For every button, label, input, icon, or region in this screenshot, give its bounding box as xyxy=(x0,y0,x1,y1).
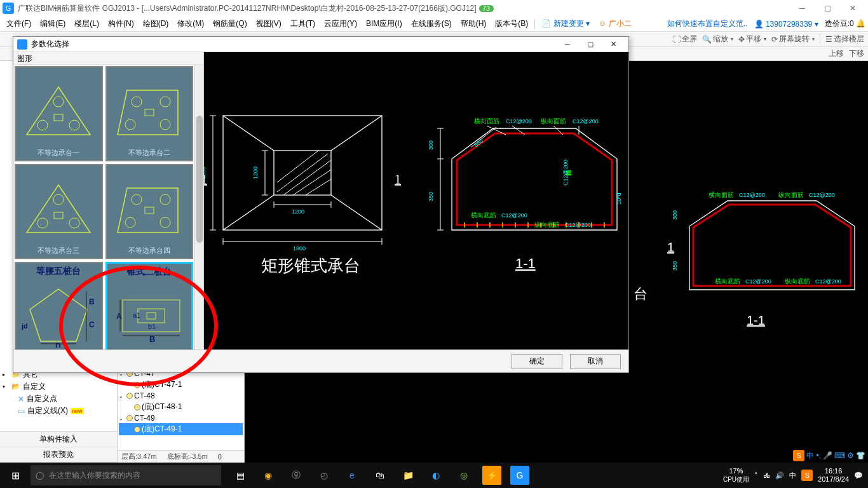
app-4-icon[interactable]: ◐ xyxy=(422,463,450,488)
store-icon[interactable]: 🛍 xyxy=(366,463,394,488)
app-5-icon[interactable]: ◎ xyxy=(450,463,478,488)
menu-floor[interactable]: 楼层(L) xyxy=(71,17,103,30)
taskbar-search[interactable]: ◯ 在这里输入你要搜索的内容 xyxy=(31,465,221,485)
tray-vol-icon[interactable]: 🔊 xyxy=(775,471,784,480)
fullscreen-button[interactable]: ⛶ 全屏 xyxy=(673,34,697,44)
menu-online[interactable]: 在线服务(S) xyxy=(407,17,456,30)
tray-sogou-icon[interactable]: S xyxy=(801,470,813,481)
notifications-icon[interactable]: 💬 xyxy=(854,471,863,480)
rotate-dropdown[interactable]: ⟳ 屏幕旋转 xyxy=(771,34,815,44)
tree-ct47-1[interactable]: (底)CT-47-1 xyxy=(142,379,182,390)
cpu-meter[interactable]: 17% CPU使用 xyxy=(723,467,749,483)
app-3-icon[interactable]: ◴ xyxy=(310,463,338,488)
shape-thumbnails[interactable]: 不等边承台一 不等边承台二 不等边承台三 不等边承台四 xyxy=(13,65,194,349)
minimize-button[interactable]: ─ xyxy=(789,0,815,17)
single-input-button[interactable]: 单构件输入 xyxy=(0,432,117,447)
tree-ct48-1[interactable]: (底)CT-48-1 xyxy=(142,402,182,412)
ime-keyboard-icon[interactable]: ⌨ xyxy=(834,451,845,460)
explorer-icon[interactable]: 📁 xyxy=(394,463,422,488)
clock[interactable]: 16:16 2017/8/24 xyxy=(818,467,849,484)
svg-point-20 xyxy=(160,97,170,107)
thumb-unequal-3[interactable]: 不等边承台三 xyxy=(15,164,103,259)
menu-file[interactable]: 文件(F) xyxy=(3,17,35,30)
app-1-icon[interactable]: ◉ xyxy=(254,463,282,488)
window-titlebar: G 广联达BIM钢筋算量软件 GGJ2013 - [...Users\Admin… xyxy=(0,0,868,17)
dialog-minimize[interactable]: ─ xyxy=(556,37,579,51)
svg-text:C12@200: C12@200 xyxy=(565,222,591,228)
report-preview-button[interactable]: 报表预览 xyxy=(0,447,117,463)
ok-button[interactable]: 确定 xyxy=(512,354,562,369)
menu-draw[interactable]: 绘图(D) xyxy=(139,17,173,30)
tray-up-icon[interactable]: ˄ xyxy=(754,471,758,480)
account-chip[interactable]: 👤 13907298339 ▾ xyxy=(754,20,818,29)
edge-icon[interactable]: e xyxy=(338,463,366,488)
svg-text:C12@200: C12@200 xyxy=(745,278,771,285)
svg-text:jd: jd xyxy=(21,322,28,330)
thumb-unequal-4[interactable]: 不等边承台四 xyxy=(105,164,194,259)
tree-ct48[interactable]: CT-48 xyxy=(134,391,155,400)
user-chip[interactable]: ☺ 广小二 xyxy=(595,17,635,30)
svg-point-19 xyxy=(132,97,142,107)
dialog-maximize[interactable]: ▢ xyxy=(579,37,602,51)
notification-badge[interactable]: 73 xyxy=(479,5,494,12)
svg-text:C12@200: C12@200 xyxy=(501,212,527,219)
menu-component[interactable]: 构件(N) xyxy=(104,17,138,30)
ime-punct-icon[interactable]: •, xyxy=(816,451,821,460)
thumb-cone-2pile[interactable]: 锥式二桩台 A a1 b1 B xyxy=(105,262,194,349)
menu-cloud[interactable]: 云应用(Y) xyxy=(320,17,361,30)
menu-modify[interactable]: 修改(M) xyxy=(173,17,208,30)
app-6-icon[interactable]: ⚡ xyxy=(482,466,501,485)
dialog-titlebar[interactable]: 参数化选择 ─ ▢ ✕ xyxy=(13,37,628,52)
ime-settings-icon[interactable]: ⚙ xyxy=(847,451,854,460)
menu-edit[interactable]: 编辑(E) xyxy=(36,17,69,30)
tree-ct49-1[interactable]: (底)CT-49-1 xyxy=(142,424,182,435)
select-floor-button[interactable]: ☰ 选择楼层 xyxy=(825,34,864,44)
new-change-button[interactable]: 📄 新建变更 ▾ xyxy=(538,17,593,30)
shapes-tab[interactable]: 图形 xyxy=(17,54,32,63)
move-up-button[interactable]: 上移 xyxy=(829,48,844,59)
menu-view[interactable]: 视图(V) xyxy=(252,17,285,30)
svg-rect-23 xyxy=(145,109,154,116)
bottom-elevation: 底标高:-3.5m xyxy=(167,452,208,461)
menu-tool[interactable]: 工具(T) xyxy=(287,17,319,30)
app-ggj-icon[interactable]: G xyxy=(510,466,529,485)
tree-custom[interactable]: 自定义 xyxy=(23,381,46,392)
svg-rect-45 xyxy=(147,313,156,319)
thumb-unequal-2[interactable]: 不等边承台二 xyxy=(105,66,194,161)
task-view-icon[interactable]: ▤ xyxy=(226,463,254,488)
tree-ct49[interactable]: CT-49 xyxy=(134,414,155,423)
tray-net-icon[interactable]: 🖧 xyxy=(763,471,770,479)
svg-text:1200: 1200 xyxy=(292,208,304,215)
menu-bim[interactable]: BIM应用(I) xyxy=(362,17,406,30)
menu-help[interactable]: 帮助(H) xyxy=(457,17,491,30)
tree-custom-point[interactable]: 自定义点 xyxy=(27,393,57,404)
app-2-icon[interactable]: ⓖ xyxy=(282,463,310,488)
pan-dropdown[interactable]: ✥ 平移 xyxy=(738,34,766,44)
thumb-scrollbar[interactable] xyxy=(194,65,203,349)
thumb-penta[interactable]: 等腰五桩台 B C D jd xyxy=(15,262,103,349)
svg-rect-44 xyxy=(138,309,165,323)
close-button[interactable]: ✕ xyxy=(840,0,865,17)
cancel-button[interactable]: 取消 xyxy=(570,354,621,369)
ime-icon[interactable]: S xyxy=(793,450,804,461)
svg-text:1200: 1200 xyxy=(252,166,259,179)
tree-custom-line[interactable]: 自定义线(X) xyxy=(27,405,68,416)
maximize-button[interactable]: ▢ xyxy=(815,0,840,17)
zoom-dropdown[interactable]: 🔍 缩放 xyxy=(702,34,733,44)
start-button[interactable]: ⊞ xyxy=(0,463,31,488)
ime-zh[interactable]: 中 xyxy=(806,451,814,461)
ime-mic-icon[interactable]: 🎤 xyxy=(823,451,832,460)
tray-ime-icon[interactable]: 中 xyxy=(789,471,796,480)
move-down-button[interactable]: 下移 xyxy=(849,48,864,59)
thumb-unequal-1[interactable]: 不等边承台一 xyxy=(15,66,103,161)
dialog-preview[interactable]: 1800 1200 1800 1200 1 1 矩形锥式承台 横向面筋 xyxy=(204,52,628,349)
dialog-close[interactable]: ✕ xyxy=(602,37,625,51)
svg-text:C12@200: C12@200 xyxy=(809,192,835,198)
svg-rect-17 xyxy=(54,114,63,121)
ime-shirt-icon[interactable]: 👕 xyxy=(856,451,865,460)
menu-version[interactable]: 版本号(B) xyxy=(491,17,532,30)
svg-text:b1: b1 xyxy=(148,323,156,330)
svg-rect-28 xyxy=(54,212,63,219)
help-link[interactable]: 如何快速布置自定义范.. xyxy=(667,18,748,29)
menu-rebar[interactable]: 钢筋量(Q) xyxy=(209,17,250,30)
